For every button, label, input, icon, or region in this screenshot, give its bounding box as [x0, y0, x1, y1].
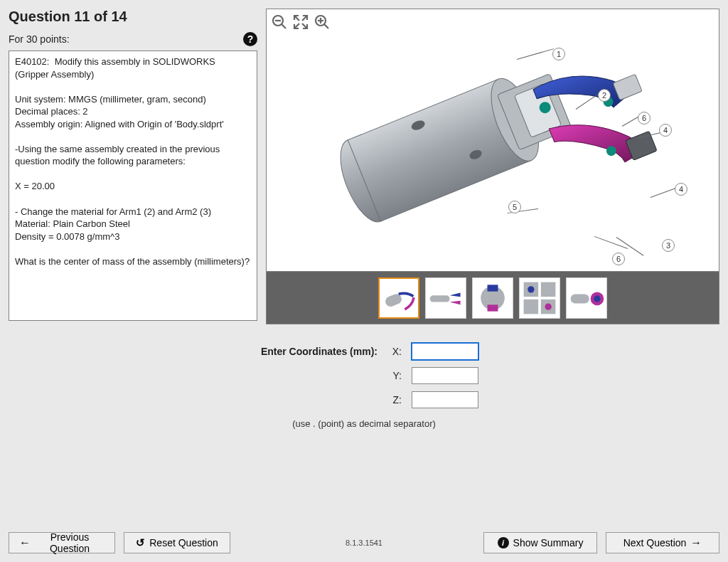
coord-row-y: Y: — [250, 367, 478, 384]
coord-input-z[interactable] — [412, 391, 478, 408]
previous-question-button[interactable]: Previous Question — [9, 532, 115, 553]
callout-badge: 3 — [662, 239, 675, 252]
button-label: Next Question — [623, 537, 687, 548]
axis-label-y: Y: — [387, 370, 402, 381]
svg-rect-27 — [488, 304, 498, 311]
svg-rect-30 — [524, 299, 539, 314]
svg-point-32 — [528, 286, 534, 292]
version-label: 8.1.3.1541 — [346, 539, 382, 547]
svg-rect-24 — [430, 295, 450, 302]
callout-badge: 5 — [508, 201, 521, 213]
axis-label-x: X: — [387, 346, 402, 357]
next-question-button[interactable]: Next Question — [606, 532, 719, 553]
top-row: Question 11 of 14 For 30 points: ? E4010… — [9, 9, 719, 324]
zoom-fit-icon[interactable] — [291, 12, 311, 32]
svg-rect-34 — [571, 294, 589, 303]
svg-point-36 — [594, 295, 600, 302]
show-summary-button[interactable]: i Show Summary — [483, 532, 597, 553]
button-label: Reset Question — [149, 537, 218, 548]
svg-point-33 — [545, 303, 551, 309]
callout-badge: 2 — [598, 89, 611, 102]
zoom-out-icon[interactable] — [269, 12, 289, 32]
callout-badge: 6 — [612, 253, 625, 265]
button-label: Previous Question — [35, 531, 105, 554]
question-title: Question 11 of 14 — [9, 9, 257, 25]
svg-line-1 — [282, 24, 286, 28]
app-root: Question 11 of 14 For 30 points: ? E4010… — [0, 0, 728, 562]
callout-badge: 4 — [659, 124, 672, 137]
image-panel: 1 2 3 4 4 5 6 6 — [266, 9, 719, 324]
reset-question-button[interactable]: Reset Question — [124, 532, 230, 553]
coord-input-y[interactable] — [412, 367, 478, 384]
coord-prompt: Enter Coordinates (mm): — [250, 346, 378, 357]
thumbnail-item[interactable] — [378, 277, 419, 319]
points-row: For 30 points: ? — [9, 32, 257, 46]
axis-label-z: Z: — [387, 394, 402, 405]
button-label: Show Summary — [513, 537, 584, 548]
callout-badge: 4 — [675, 183, 687, 196]
coord-row-z: Z: — [250, 391, 478, 408]
bottom-bar: Previous Question Reset Question 8.1.3.1… — [9, 532, 719, 553]
thumbnail-item[interactable] — [519, 277, 560, 319]
thumbnail-item[interactable] — [472, 277, 513, 319]
decimal-hint: (use . (point) as decimal separator) — [292, 418, 436, 429]
viewer-toolbar — [269, 12, 332, 32]
coord-row-x: Enter Coordinates (mm): X: — [250, 343, 478, 360]
image-viewer[interactable]: 1 2 3 4 4 5 6 6 — [266, 9, 719, 272]
info-icon: i — [498, 537, 509, 548]
zoom-in-icon[interactable] — [312, 12, 332, 32]
coord-input-x[interactable] — [412, 343, 478, 360]
svg-rect-29 — [541, 282, 556, 297]
question-panel: Question 11 of 14 For 30 points: ? E4010… — [9, 9, 257, 324]
thumbnail-strip — [266, 272, 719, 324]
help-icon[interactable]: ? — [243, 32, 257, 46]
thumbnail-item[interactable] — [566, 277, 607, 319]
points-label: For 30 points: — [9, 33, 70, 45]
answer-block: Enter Coordinates (mm): X: Y: Z: (use . … — [9, 343, 719, 429]
svg-rect-26 — [488, 285, 498, 291]
thumbnail-item[interactable] — [425, 277, 466, 319]
svg-line-8 — [324, 24, 328, 28]
question-body[interactable]: E40102: Modify this assembly in SOLIDWOR… — [9, 51, 257, 321]
callout-badge: 6 — [638, 112, 651, 124]
callout-badge: 1 — [552, 48, 565, 60]
model-stage: 1 2 3 4 4 5 6 6 — [267, 9, 719, 271]
